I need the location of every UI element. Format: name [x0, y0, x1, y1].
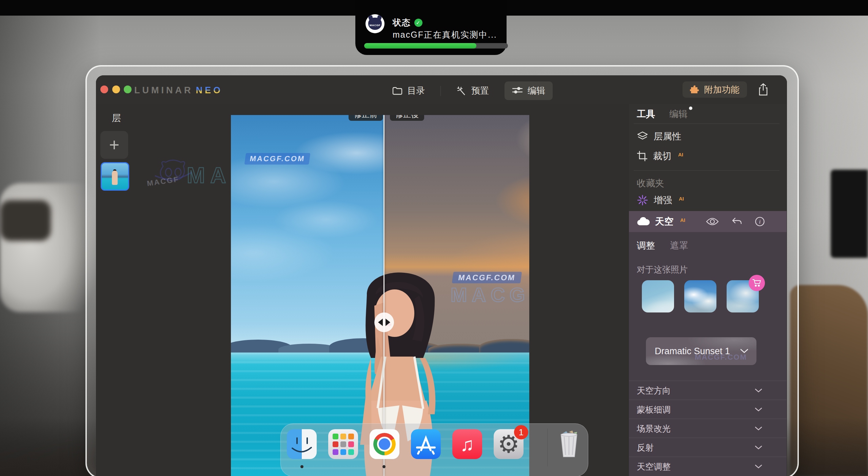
- dock: ♫ ⚙ 1: [280, 423, 588, 476]
- status-notification[interactable]: MACGF 状态 ✓ macGF正在真机实测中...: [355, 0, 507, 55]
- layers-icon: [637, 131, 648, 142]
- add-layer-button[interactable]: +: [100, 131, 128, 159]
- sliders-icon: [512, 87, 523, 95]
- divider: [634, 170, 780, 171]
- folder-icon: [392, 87, 402, 95]
- app-store-dock-icon[interactable]: [411, 429, 441, 459]
- tool-layer-properties[interactable]: 层属性: [637, 130, 681, 142]
- eye-icon[interactable]: [706, 217, 719, 226]
- sparkle-ai-icon: [637, 194, 648, 206]
- cloud-icon: [637, 217, 650, 226]
- favorites-label: 收藏夹: [637, 177, 664, 189]
- progress-fill: [364, 43, 476, 49]
- sky-style-dropdown[interactable]: Dramatic Sunset 1 MACGF.COM: [646, 337, 756, 365]
- undo-icon[interactable]: [732, 217, 742, 226]
- share-button[interactable]: [756, 82, 770, 97]
- tool-enhance[interactable]: 增强 AI: [637, 194, 684, 206]
- for-this-photo-label: 对于这张照片: [637, 264, 688, 275]
- tab-separator: [440, 86, 441, 96]
- chrome-dock-icon[interactable]: [370, 429, 399, 459]
- section-scene-relight[interactable]: 场景改光: [629, 419, 787, 438]
- macgf-com-watermark-after: MACGF.COM: [452, 272, 522, 283]
- notification-badge: 1: [514, 425, 528, 439]
- sky-ai-section: 天空 AI i 调整 遮罩 对于这张照片: [629, 211, 787, 476]
- music-dock-icon[interactable]: ♫: [452, 429, 482, 459]
- svg-text:i: i: [759, 219, 761, 225]
- layers-panel-title: 层: [112, 112, 121, 124]
- section-sky-orientation[interactable]: 天空方向: [629, 381, 787, 400]
- crop-icon: [637, 151, 648, 161]
- chevron-down-icon: [755, 407, 762, 412]
- chrome-running-dot: [382, 465, 386, 468]
- before-label-badge: 修正前: [349, 115, 383, 121]
- tab-edit-label: 编辑: [528, 85, 545, 97]
- close-button[interactable]: [100, 85, 108, 93]
- divider: [629, 400, 787, 400]
- sky-title-label: 天空: [655, 215, 673, 228]
- layer-thumbnail[interactable]: [101, 162, 129, 191]
- sky-tab-adjust[interactable]: 调整: [637, 240, 655, 252]
- divider: [629, 438, 787, 438]
- photo-canvas[interactable]: MACGF.COM M: [231, 115, 529, 476]
- wand-icon: [456, 86, 467, 96]
- tab-edit[interactable]: 编辑: [505, 81, 553, 100]
- tab-tools[interactable]: 工具: [637, 108, 655, 120]
- chrome-logo-icon: [373, 433, 396, 455]
- macgf-watermark-big-after: MACGF: [451, 283, 529, 306]
- check-badge-icon: ✓: [414, 19, 422, 27]
- sky-ai-header[interactable]: 天空 AI i: [629, 211, 787, 232]
- compare-divider[interactable]: [383, 115, 384, 476]
- section-mask-refinement[interactable]: 蒙板细调: [629, 400, 787, 419]
- room-laptop-edge: [831, 170, 868, 258]
- sky-thumbnail-1[interactable]: [642, 280, 674, 312]
- divider: [629, 419, 787, 419]
- info-icon[interactable]: i: [755, 216, 765, 227]
- notification-title: 状态 ✓: [393, 17, 422, 28]
- main-tabs: 目录 预置 编辑: [385, 81, 553, 100]
- sky-tabs: 调整 遮罩: [637, 240, 688, 252]
- arrow-left-icon: [378, 319, 383, 326]
- minimize-button[interactable]: [112, 85, 120, 93]
- tool-enhance-label: 增强: [654, 194, 672, 206]
- titlebar: LUMINARNEO 目录 预置: [96, 75, 787, 104]
- cart-badge[interactable]: [749, 275, 765, 291]
- section-reflection[interactable]: 反射: [629, 438, 787, 457]
- music-note-icon: ♫: [460, 433, 474, 455]
- compare-slider-handle[interactable]: [374, 312, 394, 332]
- sky-tab-mask[interactable]: 遮罩: [670, 240, 688, 252]
- dock-separator: [547, 429, 548, 467]
- settings-dock-icon[interactable]: ⚙ 1: [494, 429, 524, 459]
- sky-thumbnail-2[interactable]: [684, 280, 716, 312]
- macgf-com-watermark-before: MACGF.COM: [244, 153, 311, 165]
- trash-dock-icon[interactable]: [554, 429, 584, 459]
- finder-dock-icon[interactable]: [287, 429, 317, 459]
- tool-crop[interactable]: 裁切 AI: [637, 150, 683, 162]
- tab-catalog[interactable]: 目录: [385, 81, 432, 100]
- chevron-down-icon: [755, 388, 762, 393]
- edits-badge-dot: [689, 107, 692, 110]
- sky-thumbnail-3[interactable]: [727, 280, 759, 312]
- launchpad-dock-icon[interactable]: [328, 429, 358, 459]
- ai-badge: AI: [679, 196, 684, 202]
- zoom-button[interactable]: [124, 85, 132, 93]
- avatar: MACGF: [366, 14, 384, 33]
- app-logo: LUMINARNEO: [134, 85, 223, 96]
- notification-subtitle: macGF正在真机实测中...: [393, 29, 497, 40]
- extras-button[interactable]: 附加功能: [683, 81, 747, 98]
- tab-edits[interactable]: 编辑: [669, 108, 692, 120]
- ai-badge: AI: [678, 152, 683, 157]
- chevron-down-icon: [755, 445, 762, 450]
- divider: [629, 457, 787, 457]
- cart-icon: [752, 279, 761, 287]
- tab-catalog-label: 目录: [407, 85, 425, 97]
- extras-label: 附加功能: [704, 84, 739, 96]
- divider: [634, 123, 780, 124]
- arrow-right-icon: [386, 319, 390, 326]
- trash-icon: [557, 430, 581, 458]
- after-label-badge: 修正後: [390, 115, 424, 121]
- section-sky-adjust[interactable]: 天空调整: [629, 457, 787, 476]
- finder-running-dot: [300, 465, 303, 468]
- tool-crop-label: 裁切: [653, 150, 671, 162]
- right-panel: 工具 编辑 层属性 裁切 AI 收藏夹 增强 AI 天空 AI: [629, 104, 787, 476]
- tab-presets[interactable]: 预置: [449, 81, 496, 100]
